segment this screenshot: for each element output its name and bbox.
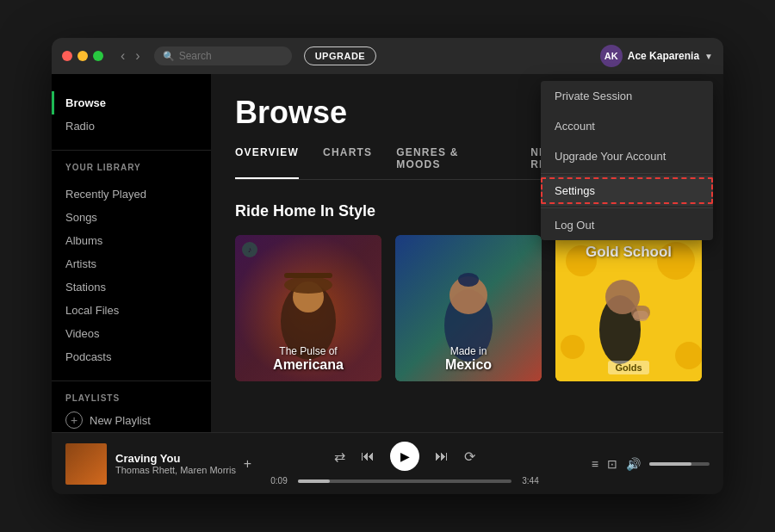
user-name: Ace Kaparenia (628, 50, 699, 62)
title-bar: ‹ › 🔍 UPGRADE AK Ace Kaparenia ▼ Private… (52, 38, 723, 74)
sidebar-item-albums[interactable]: Albums (52, 229, 211, 252)
card-americana-image: ♪ (235, 235, 381, 381)
player-controls: ⇄ ⏮ ▶ ⏭ ⟳ 0:09 3:44 (255, 442, 555, 486)
forward-button[interactable]: › (132, 46, 143, 65)
golds-label: Golds (555, 359, 702, 374)
card1-sublabel: Americana (235, 357, 381, 373)
minimize-button[interactable] (78, 51, 88, 61)
extra-controls: ≡ ⊡ 🔊 (555, 457, 710, 471)
device-button[interactable]: ⊡ (607, 457, 617, 471)
your-library-title: YOUR LIBRARY (52, 156, 211, 176)
avatar: AK (600, 45, 623, 67)
dropdown-settings[interactable]: Settings ➜ (541, 176, 713, 206)
dropdown-logout[interactable]: Log Out (541, 210, 713, 240)
upgrade-button[interactable]: UPGRADE (304, 46, 377, 65)
cards-row: ♪ (235, 235, 699, 381)
dropdown-upgrade-account[interactable]: Upgrade Your Account (541, 141, 713, 171)
sidebar-item-podcasts[interactable]: Podcasts (52, 345, 211, 368)
progress-fill (298, 479, 330, 483)
new-playlist-label: New Playlist (90, 414, 151, 427)
now-playing-bar: Craving You Thomas Rhett, Maren Morris +… (52, 432, 723, 494)
tab-overview[interactable]: OVERVIEW (235, 146, 299, 179)
tab-charts[interactable]: CHARTS (323, 146, 372, 179)
track-thumbnail (65, 443, 107, 485)
sidebar-item-videos[interactable]: Videos (52, 322, 211, 345)
card2-sublabel: Mexico (395, 357, 542, 373)
dropdown-divider (541, 173, 713, 174)
new-playlist-button[interactable]: + New Playlist (52, 406, 211, 432)
maximize-button[interactable] (93, 51, 103, 61)
repeat-button[interactable]: ⟳ (464, 448, 475, 465)
tab-genres[interactable]: GENRES & MOODS (396, 146, 506, 179)
card2-background: ♪ (395, 235, 542, 381)
svg-point-8 (458, 273, 479, 287)
sidebar-item-local-files[interactable]: Local Files (52, 299, 211, 322)
search-bar[interactable]: 🔍 (154, 46, 292, 65)
dropdown-private-session[interactable]: Private Session (541, 81, 713, 111)
chevron-down-icon: ▼ (704, 52, 713, 61)
track-name: Craving You (115, 452, 232, 465)
now-playing-track: Craving You Thomas Rhett, Maren Morris + (65, 443, 255, 485)
svg-rect-4 (284, 273, 332, 278)
close-button[interactable] (62, 51, 72, 61)
volume-fill (649, 462, 691, 466)
sidebar-item-recently-played[interactable]: Recently Played (52, 182, 211, 206)
traffic-lights (62, 51, 103, 61)
sidebar-library-section: Recently Played Songs Albums Artists Sta… (52, 176, 211, 375)
prev-button[interactable]: ⏮ (361, 448, 375, 464)
sidebar-divider1 (52, 150, 211, 151)
card1-title-overlay: The Pulse of Americana (235, 345, 381, 373)
track-artist: Thomas Rhett, Maren Morris (115, 465, 232, 475)
progress-bar-container: 0:09 3:44 (267, 476, 542, 486)
card-gold-school-image: Gold School Golds (555, 235, 702, 381)
dropdown-menu: Private Session Account Upgrade Your Acc… (541, 81, 713, 240)
control-buttons: ⇄ ⏮ ▶ ⏭ ⟳ (334, 442, 475, 471)
card3-background: Gold School Golds (555, 235, 702, 381)
shuffle-button[interactable]: ⇄ (334, 448, 345, 465)
card1-label: The Pulse of (235, 345, 381, 357)
svg-point-3 (284, 276, 332, 294)
track-add-button[interactable]: + (240, 453, 255, 475)
total-time: 3:44 (518, 476, 542, 486)
gold-school-title: Gold School (555, 244, 702, 261)
svg-point-12 (561, 335, 585, 359)
plus-circle-icon: + (65, 411, 83, 429)
sidebar-item-stations[interactable]: Stations (52, 275, 211, 299)
sidebar-item-songs[interactable]: Songs (52, 206, 211, 229)
volume-bar[interactable] (649, 462, 710, 466)
progress-bar[interactable] (298, 479, 512, 483)
sidebar-main-section: Browse Radio (52, 84, 211, 145)
search-input[interactable] (179, 50, 282, 62)
next-button[interactable]: ⏭ (435, 448, 449, 464)
card-gold-school[interactable]: Gold School Golds (555, 235, 702, 381)
svg-rect-17 (633, 311, 648, 321)
volume-icon[interactable]: 🔊 (626, 457, 641, 471)
sidebar-item-radio[interactable]: Radio (52, 114, 211, 138)
back-button[interactable]: ‹ (117, 46, 128, 65)
sidebar: Browse Radio YOUR LIBRARY Recently Playe… (52, 74, 211, 432)
playlists-title: PLAYLISTS (52, 387, 211, 406)
queue-button[interactable]: ≡ (592, 457, 598, 471)
card-americana[interactable]: ♪ (235, 235, 381, 381)
sidebar-item-artists[interactable]: Artists (52, 252, 211, 275)
nav-arrows: ‹ › (117, 46, 144, 65)
card-mexico[interactable]: ♪ (395, 235, 542, 381)
dropdown-divider2 (541, 207, 713, 208)
card2-title-overlay: Made in Mexico (395, 345, 542, 373)
current-time: 0:09 (267, 476, 291, 486)
track-info: Craving You Thomas Rhett, Maren Morris (115, 452, 232, 475)
card1-background: ♪ (235, 235, 381, 381)
sidebar-item-browse[interactable]: Browse (52, 91, 211, 114)
user-area[interactable]: AK Ace Kaparenia ▼ Private Session Accou… (600, 45, 713, 67)
card-mexico-image: ♪ (395, 235, 542, 381)
dropdown-account[interactable]: Account (541, 111, 713, 141)
play-button[interactable]: ▶ (390, 442, 419, 471)
search-icon: 🔍 (163, 51, 175, 62)
app-window: ‹ › 🔍 UPGRADE AK Ace Kaparenia ▼ Private… (52, 38, 723, 494)
sidebar-divider2 (52, 380, 211, 381)
card2-label: Made in (395, 345, 542, 357)
